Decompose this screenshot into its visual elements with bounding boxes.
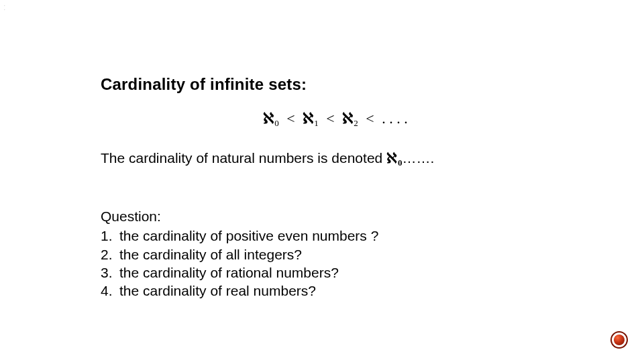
question-item: 3.the cardinality of rational numbers? — [101, 263, 570, 282]
question-number: 1. — [101, 227, 119, 245]
aleph-subscript: 1 — [313, 118, 319, 128]
less-than: < — [282, 110, 299, 127]
question-text: the cardinality of all integers? — [119, 247, 302, 262]
aleph-symbol: ℵ — [386, 150, 397, 166]
content-area: Cardinality of infinite sets: ℵ0 < ℵ1 < … — [101, 75, 570, 300]
question-number: 3. — [101, 263, 119, 282]
question-number: 4. — [101, 282, 119, 300]
aleph-subscript: 2 — [353, 118, 358, 128]
less-than: < — [322, 110, 338, 127]
question-item: 1.the cardinality of positive even numbe… — [101, 227, 570, 245]
aleph-symbol: ℵ — [263, 110, 274, 127]
decorative-bullet-icon — [610, 331, 628, 349]
aleph-subscript: 0 — [397, 158, 402, 168]
sentence-pre: The cardinality of natural numbers is de… — [101, 150, 386, 166]
question-block: Question: 1.the cardinality of positive … — [101, 207, 570, 300]
sentence: The cardinality of natural numbers is de… — [101, 150, 570, 168]
aleph-symbol: ℵ — [303, 110, 313, 127]
formula: ℵ0 < ℵ1 < ℵ2 < . . . . — [101, 110, 570, 129]
ellipsis: . . . . — [382, 110, 408, 127]
aleph-symbol: ℵ — [342, 110, 353, 127]
question-item: 2.the cardinality of all integers? — [101, 245, 570, 263]
corner-mark: . . — [4, 3, 5, 11]
question-text: the cardinality of positive even numbers… — [119, 228, 378, 243]
question-label: Question: — [101, 207, 570, 225]
aleph-subscript: 0 — [274, 118, 279, 128]
sentence-post: ……. — [402, 150, 435, 166]
corner-mark-dot: . — [4, 7, 5, 11]
slide: . . Cardinality of infinite sets: ℵ0 < ℵ… — [0, 0, 644, 362]
question-text: the cardinality of real numbers? — [119, 283, 316, 298]
heading: Cardinality of infinite sets: — [101, 75, 570, 94]
question-text: the cardinality of rational numbers? — [119, 265, 339, 280]
less-than: < — [362, 110, 378, 127]
bullet-sphere — [614, 335, 625, 345]
question-number: 2. — [101, 245, 119, 263]
question-item: 4.the cardinality of real numbers? — [101, 282, 570, 300]
